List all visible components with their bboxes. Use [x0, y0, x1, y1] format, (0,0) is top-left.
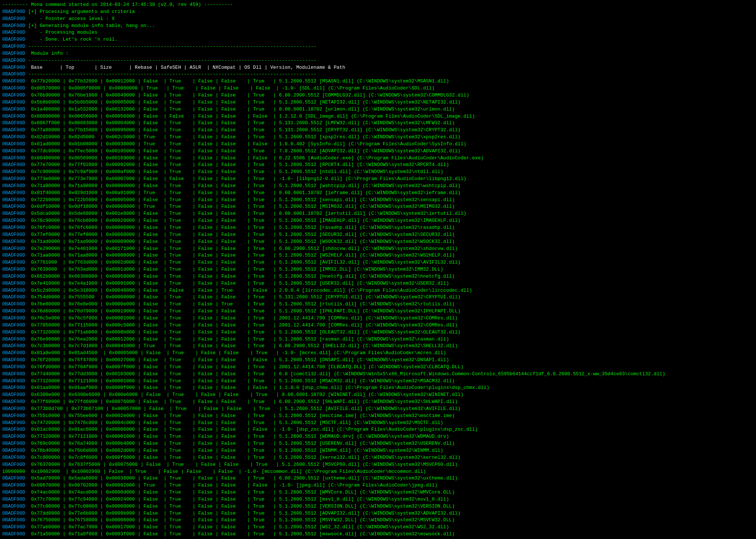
terminal-line: 0BADF00D 0x77120000 | 0x77121000 | 0x000… — [2, 433, 754, 440]
line-addr: 0BADF00D — [2, 155, 28, 162]
terminal-line: 0BADF00D Module info : — [2, 50, 754, 57]
terminal-line: 0BADF00D 0x77c70000 | 0x77c94000 | 0x000… — [2, 496, 754, 503]
terminal-line: 0BADF00D 0x01ad0000 | 0x01b08000 | 0x000… — [2, 141, 754, 148]
terminal-line: 0BADF00D 0x77c00000 | 0x77c08000 | 0x000… — [2, 503, 754, 510]
terminal-line: 0BADF00D 0x76e80000 | 0x76e8e000 | 0x000… — [2, 301, 754, 308]
terminal-line: --------- Mona command started on 2014-0… — [2, 1, 754, 9]
line-content: 0x76d60000 | 0x76d79000 | 0x00019000 | F… — [28, 308, 460, 315]
line-addr: 0BADF00D — [2, 238, 28, 245]
terminal-line: 0BADF00D -------------------------------… — [2, 71, 754, 78]
line-content: 0x71a90000 | 0x71a98000 | 0x00008000 | F… — [28, 183, 460, 190]
terminal-line: 0BADF00D 0x76c5e000 | 0x76c5f000 | 0x000… — [2, 315, 754, 322]
terminal-line: 0BADF00D 0x773b0d700 | 0x773b67100 | 0x0… — [2, 406, 754, 413]
terminal-line: 0BADF00D 0x77ab0000 | 0x77ac7000 | 0x000… — [2, 524, 754, 531]
terminal-line: 0BADF00D 0x02d10000 | 0x02d5000 | 0x002c… — [2, 134, 754, 141]
line-addr: 0BADF00D — [2, 301, 28, 308]
line-addr: 0BADF00D — [2, 531, 28, 538]
line-addr: 0BADF00D — [2, 426, 28, 433]
line-addr: 0BADF00D — [2, 496, 28, 503]
terminal-line: 0BADF00D 0x662b0000 | 0x66308000 | 0x000… — [2, 273, 754, 280]
terminal-line: 0BADF00D -------------------------------… — [2, 57, 754, 64]
line-addr: 0BADF00D — [2, 148, 28, 155]
terminal-line: 0BADF00D Base | Top | Size | Rebase | Sa… — [2, 64, 754, 71]
line-content: 0x76750000 | 0x76758000 | 0x00008000 | F… — [28, 517, 455, 524]
terminal-line: 0BADF00D 0x7e290000 | 0x7e401000 | 0x001… — [2, 245, 754, 252]
line-content: 0x7639000 | 0x763ad000 | 0x0001d000 | Fa… — [28, 266, 443, 273]
line-content: 0x71a50000 | 0x71a8f000 | 0x0003f000 | F… — [28, 531, 455, 538]
line-content: 0x77120000 | 0x771ab000 | 0x0008b000 | F… — [28, 329, 460, 336]
terminal-line: 0BADF00D 0x01ac0000 | 0x01ac6000 | 0x000… — [2, 426, 754, 433]
line-addr: 0BADF00D — [2, 190, 28, 197]
line-content: 0x01f40000 | 0x029d1000 | 0x00a91000 | T… — [28, 190, 460, 197]
line-addr: 0BADF00D — [2, 524, 28, 531]
line-addr: 0BADF00D — [2, 406, 28, 413]
line-addr: 0BADF00D — [2, 183, 28, 190]
line-content: 0x77120000 | 0x77121000 | 0x00001000 | F… — [28, 378, 455, 385]
line-content: 0x77120000 | 0x77121000 | 0x00001000 | F… — [28, 433, 449, 440]
line-addr: 0BADF00D — [2, 391, 28, 399]
terminal-line: 0BADF00D 0x754d0000 | 0x7555500 | 0x0000… — [2, 294, 754, 301]
line-addr: 0BADF00D — [2, 266, 28, 273]
terminal-line: 0BADF00D 0x77d40000 | 0x77dd3000 | 0x001… — [2, 371, 754, 378]
terminal-line: 0BADF00D 0x71aa0000 | 0x71aa8000 | 0x000… — [2, 252, 754, 259]
line-addr: 10000000 — [2, 468, 28, 475]
terminal-line: 0BADF00D 0x01aa0000 | 0x01aaf000 | 0x000… — [2, 384, 754, 391]
line-addr: 0BADF00D — [2, 99, 28, 106]
line-addr: 0BADF00D — [2, 71, 28, 78]
line-content: 0x74ac0000 | 0x74acd000 | 0x0000d000 | F… — [28, 489, 455, 496]
line-addr: 0BADF00D — [2, 162, 28, 169]
line-content: --------- Mona command started on 2014-0… — [2, 1, 233, 9]
line-content: 0x76fd0000 | 0x7704f000 | 0x0007f000 | F… — [28, 364, 463, 371]
terminal-line: 0BADF00D 0x77a80000 | 0x77b15000 | 0x000… — [2, 127, 754, 134]
line-addr: 0BADF00D — [2, 378, 28, 385]
line-addr: 0BADF00D — [2, 29, 28, 36]
terminal-line: 0BADF00D 0x77050000 | 0x77115000 | 0x000… — [2, 322, 754, 329]
line-content: 0x01ad0000 | 0x01b08000 | 0x00038000 | T… — [28, 141, 466, 148]
line-addr: 0BADF00D — [2, 176, 28, 183]
terminal-line: 0BADF00D 0x00670000 | 0x00702000 | 0x000… — [2, 482, 754, 489]
line-content: ----------------------------------------… — [28, 57, 316, 64]
line-addr: 0BADF00D — [2, 231, 28, 238]
line-content: Module info : — [28, 50, 68, 57]
line-addr: 0BADF00D — [2, 350, 28, 357]
line-content: ----------------------------------------… — [28, 71, 316, 78]
line-content: 0x10002900 | 0x10002900 | False | True |… — [28, 468, 426, 475]
terminal-line: 0BADF00D 0x74720000 | 0x7476c000 | 0x000… — [2, 420, 754, 427]
terminal-line: 0BADF00D [+] Generating module info tabl… — [2, 23, 754, 30]
line-addr: 0BADF00D — [2, 36, 28, 43]
line-addr: 0BADF00D — [2, 252, 28, 259]
line-addr: 0BADF00D — [2, 489, 28, 496]
terminal-line: 10000000 0x10002900 | 0x10002900 | False… — [2, 468, 754, 475]
line-content: - Processing modules — [28, 29, 97, 36]
line-content: 0x7e290000 | 0x7e401000 | 0x00171000 | F… — [28, 245, 457, 252]
line-addr: 0BADF00D — [2, 510, 28, 517]
line-addr: 0BADF00D — [2, 57, 28, 64]
line-content: 0x7c800000 | 0x7c8f6000 | 0x000f6000 | F… — [28, 454, 460, 461]
terminal-line: 0BADF00D 0x7639000 | 0x763ad000 | 0x0001… — [2, 266, 754, 273]
line-addr: 0BADF00D — [2, 294, 28, 301]
line-addr: 0BADF00D — [2, 169, 28, 176]
line-addr: 0BADF00D — [2, 322, 28, 329]
line-addr: 0BADF00D — [2, 413, 28, 420]
line-content: 0x01ac0000 | 0x01ac6000 | 0x00006000 | F… — [28, 426, 478, 433]
line-content: 0x76f20000 | 0x76f47000 | 0x00027000 | F… — [28, 357, 449, 364]
line-content: 0x5b8b0000 | 0x5b8b5000 | 0x00005000 | F… — [28, 99, 460, 106]
terminal-line: 0BADF00D 0x74ac0000 | 0x74acd000 | 0x000… — [2, 489, 754, 496]
terminal-line: 0BADF00D 0x76fd0000 | 0x7704f000 | 0x000… — [2, 364, 754, 371]
terminal-line: 0BADF00D -------------------------------… — [2, 43, 754, 50]
line-content: 0x769c0000 | 0x76a74000 | 0x000b4000 | F… — [28, 440, 455, 447]
terminal-line: 0BADF00D 0x77f60000 | 0x77fd6000 | 0x000… — [2, 399, 754, 406]
terminal-line: 0BADF00D 0x76b40000 | 0x76b6d000 | 0x000… — [2, 447, 754, 454]
line-addr: 0BADF00D — [2, 259, 28, 266]
line-addr: 0BADF00D — [2, 371, 28, 378]
terminal-line: 0BADF00D 0x76370000 | 0x7637f5000 | 0x00… — [2, 461, 754, 468]
terminal-line: 0BADF00D 0x01a9e000 | 0x01ad4500 | 0x000… — [2, 350, 754, 357]
line-content: 0x71aa0000 | 0x71aa8000 | 0x00008000 | F… — [28, 252, 455, 259]
line-addr: 0BADF00D — [2, 134, 28, 141]
line-addr: 0BADF00D — [2, 64, 28, 71]
terminal-line: 0BADF00D 0x77ef0000 | 0x77ef8000 | 0x000… — [2, 231, 754, 238]
line-content: 0x1a400000 | 0x1a532000 | 0x00132000 | F… — [28, 106, 455, 113]
terminal-line: 0BADF00D 0x77120000 | 0x771ab000 | 0x000… — [2, 329, 754, 336]
line-content: 0x7e410000 | 0x7e4a1000 | 0x00091000 | F… — [28, 280, 449, 287]
line-content: 0x5c2d0000 | 0x5c318000 | 0x00048000 | F… — [28, 287, 472, 294]
